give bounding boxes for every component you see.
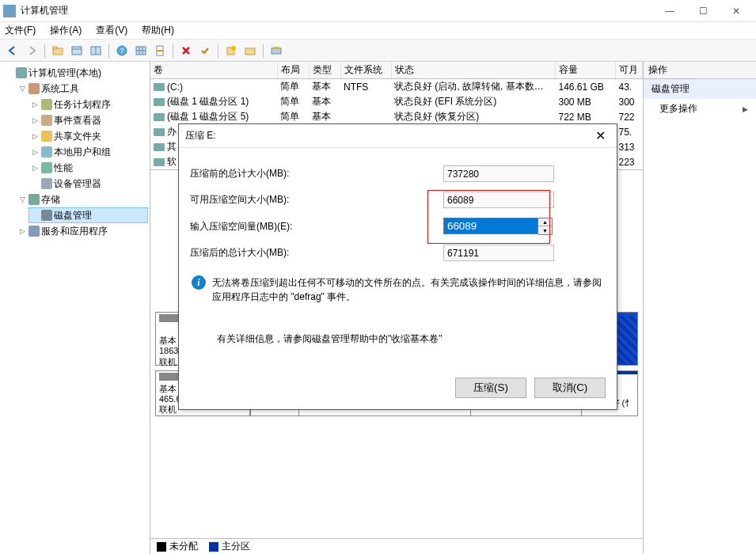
menu-view[interactable]: 查看(V) [94, 22, 129, 39]
tool-folder-icon[interactable] [242, 43, 258, 59]
col-status[interactable]: 状态 [391, 62, 556, 79]
tree-shared-folders[interactable]: ▷共享文件夹 [28, 128, 148, 144]
tool-delete-icon[interactable] [178, 43, 194, 59]
more-actions[interactable]: 更多操作▶ [644, 99, 756, 119]
tree-event-viewer[interactable]: ▷事件查看器 [28, 112, 148, 128]
col-volume[interactable]: 卷 [150, 62, 277, 79]
table-row[interactable]: (磁盘 1 磁盘分区 5)简单基本状态良好 (恢复分区)722 MB722 [150, 109, 643, 124]
after-size-label: 压缩后的总计大小(MB): [190, 246, 443, 260]
maximize-button[interactable]: ☐ [686, 0, 720, 22]
menu-file[interactable]: 文件(F) [3, 22, 37, 39]
actions-header: 操作 [644, 62, 756, 79]
app-icon [3, 5, 16, 17]
col-layout[interactable]: 布局 [277, 62, 309, 79]
tree-device-manager[interactable]: 设备管理器 [28, 176, 148, 192]
tool-new-icon[interactable] [223, 43, 239, 59]
col-capacity[interactable]: 容量 [556, 62, 616, 79]
title-bar: 计算机管理 — ☐ ✕ [0, 0, 756, 22]
shrink-amount-label: 输入压缩空间量(MB)(E): [190, 220, 443, 233]
svg-rect-2 [72, 47, 82, 55]
before-size-label: 压缩前的总计大小(MB): [190, 167, 443, 180]
dialog-title: 压缩 E: [185, 129, 591, 142]
svg-rect-1 [53, 47, 57, 49]
tree-root[interactable]: 计算机管理(本地) [3, 65, 148, 81]
cancel-button[interactable]: 取消(C) [534, 378, 606, 398]
toolbar: ? [0, 40, 756, 62]
tree-disk-management[interactable]: 磁盘管理 [28, 207, 148, 223]
forward-button[interactable] [24, 43, 40, 59]
shrink-button[interactable]: 压缩(S) [455, 378, 526, 398]
table-row[interactable]: (C:)简单基本NTFS状态良好 (启动, 故障转储, 基本数据分区)146.6… [150, 79, 643, 95]
shrink-dialog: 压缩 E: ✕ 压缩前的总计大小(MB): 737280 可用压缩空间大小(MB… [178, 123, 617, 410]
close-button[interactable]: ✕ [720, 0, 753, 22]
svg-point-15 [231, 46, 236, 51]
tool-open-icon[interactable] [50, 43, 66, 59]
window-buttons: — ☐ ✕ [653, 0, 753, 22]
tool-doc-icon[interactable] [152, 43, 168, 59]
col-type[interactable]: 类型 [309, 62, 340, 79]
menu-help[interactable]: 帮助(H) [140, 22, 176, 39]
shrink-amount-input[interactable] [443, 218, 538, 234]
legend: 未分配 主分区 [150, 538, 643, 554]
tool-grid-icon[interactable] [133, 43, 149, 59]
actions-section: 磁盘管理 [644, 79, 756, 99]
tool-rescan-icon[interactable] [268, 43, 284, 59]
minimize-button[interactable]: — [653, 0, 686, 22]
table-row[interactable]: (磁盘 1 磁盘分区 1)简单基本状态良好 (EFI 系统分区)300 MB30… [150, 94, 643, 109]
actions-pane: 操作 磁盘管理 更多操作▶ [644, 62, 756, 554]
tool-list-icon[interactable] [88, 43, 104, 59]
after-size-value: 671191 [443, 245, 554, 261]
back-button[interactable] [5, 43, 21, 59]
nav-tree[interactable]: 计算机管理(本地) ▽系统工具 ▷任务计划程序 ▷事件查看器 ▷共享文件夹 ▷本… [0, 62, 150, 554]
menu-action[interactable]: 操作(A) [48, 22, 83, 39]
tree-services[interactable]: ▷服务和应用程序 [16, 223, 148, 239]
info-text: 无法将卷压缩到超出任何不可移动的文件所在的点。有关完成该操作时间的详细信息，请参… [212, 275, 604, 304]
available-shrink-label: 可用压缩空间大小(MB): [190, 193, 443, 207]
dialog-close-button[interactable]: ✕ [591, 127, 610, 145]
col-filesystem[interactable]: 文件系统 [340, 62, 391, 79]
col-available[interactable]: 可月 [616, 62, 643, 79]
tree-task-scheduler[interactable]: ▷任务计划程序 [28, 97, 148, 112]
tree-storage[interactable]: ▽存储 [16, 192, 148, 207]
tool-check-icon[interactable] [197, 43, 213, 59]
tool-help-icon[interactable]: ? [114, 43, 130, 59]
window-title: 计算机管理 [21, 4, 653, 17]
info-icon: i [192, 275, 206, 290]
svg-rect-16 [245, 48, 255, 55]
svg-rect-17 [272, 48, 281, 54]
spinner-up-icon[interactable]: ▲ [538, 218, 552, 226]
spinner-arrows[interactable]: ▲▼ [538, 218, 553, 235]
before-size-value: 737280 [443, 165, 554, 182]
spinner-down-icon[interactable]: ▼ [538, 226, 552, 234]
tree-performance[interactable]: ▷性能 [28, 160, 148, 176]
tool-properties-icon[interactable] [69, 43, 85, 59]
svg-text:?: ? [120, 47, 123, 55]
menu-bar: 文件(F) 操作(A) 查看(V) 帮助(H) [0, 22, 756, 40]
tree-local-users[interactable]: ▷本地用户和组 [28, 144, 148, 160]
more-info-text: 有关详细信息，请参阅磁盘管理帮助中的"收缩基本卷" [190, 309, 606, 359]
available-shrink-value: 66089 [443, 192, 554, 208]
tree-system-tools[interactable]: ▽系统工具 [16, 81, 148, 97]
svg-rect-18 [273, 47, 279, 48]
